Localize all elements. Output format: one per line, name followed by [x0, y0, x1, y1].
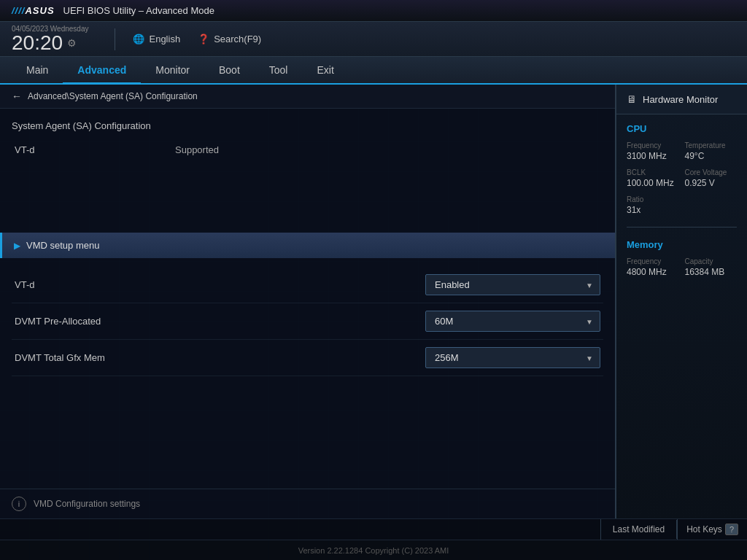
cpu-voltage-item: Core Voltage 0.925 V — [685, 168, 738, 188]
memory-section-title: Memory — [627, 239, 737, 250]
tab-tool[interactable]: Tool — [255, 57, 303, 85]
vt-d-dropdown[interactable]: Enabled Disabled — [425, 274, 600, 295]
vt-d-dropdown-wrapper: Enabled Disabled ▼ — [425, 274, 600, 295]
topbar-divider — [115, 28, 115, 50]
footer-left — [0, 519, 600, 540]
datetime-display: 04/05/2023 Wednesday 20:20 ⚙ — [12, 25, 88, 53]
dvmt-total-label: DVMT Total Gfx Mem — [15, 352, 425, 363]
tab-monitor[interactable]: Monitor — [141, 57, 204, 85]
memory-stats-grid: Frequency 4800 MHz Capacity 16384 MB — [627, 257, 737, 277]
question-icon: ❓ — [198, 34, 209, 44]
cpu-ratio-item: Ratio 31x — [627, 195, 679, 215]
tab-exit[interactable]: Exit — [302, 57, 348, 85]
cpu-ratio-value: 31x — [627, 205, 679, 215]
vt-d-static-row: VT-d Supported — [12, 139, 603, 161]
cpu-voltage-value: 0.925 V — [685, 178, 738, 188]
header-bar: ////ASUS UEFI BIOS Utility – Advanced Mo… — [0, 0, 747, 22]
language-label: English — [149, 34, 180, 44]
cpu-stats-grid: Frequency 3100 MHz Temperature 49°C BCLK… — [627, 141, 737, 215]
version-bar: Version 2.22.1284 Copyright (C) 2023 AMI — [0, 540, 747, 560]
dvmt-total-dropdown[interactable]: 128M 256M MAX — [425, 347, 600, 368]
back-button[interactable]: ← — [12, 90, 22, 102]
time-value: 20:20 — [12, 33, 63, 53]
mem-frequency-item: Frequency 4800 MHz — [627, 257, 679, 277]
cpu-temp-value: 49°C — [685, 151, 738, 161]
info-text: VMD Configuration settings — [34, 499, 140, 509]
monitor-icon: 🖥 — [627, 93, 637, 105]
mem-capacity-label: Capacity — [685, 257, 738, 265]
hot-keys-button[interactable]: Hot Keys ? — [678, 519, 747, 540]
cpu-bclk-value: 100.00 MHz — [627, 178, 679, 188]
hw-monitor-title: Hardware Monitor — [643, 94, 718, 105]
bios-title: UEFI BIOS Utility – Advanced Mode — [63, 5, 214, 16]
language-button[interactable]: 🌐 English — [127, 31, 186, 47]
footer-right: Last Modified Hot Keys ? — [600, 519, 747, 540]
search-label: Search(F9) — [214, 34, 261, 44]
vmd-menu-label: VMD setup menu — [26, 240, 99, 251]
cpu-freq-label: Frequency — [627, 141, 679, 149]
mem-capacity-value: 16384 MB — [685, 267, 738, 277]
memory-section: Memory Frequency 4800 MHz Capacity 16384… — [616, 230, 747, 286]
tab-boot[interactable]: Boot — [204, 57, 255, 85]
config-rows: VT-d Enabled Disabled ▼ DVMT Pre-Allocat… — [0, 261, 615, 382]
cpu-frequency-item: Frequency 3100 MHz — [627, 141, 679, 161]
info-row: i VMD Configuration settings — [0, 489, 615, 518]
version-text: Version 2.22.1284 Copyright (C) 2023 AMI — [298, 546, 449, 555]
dvmt-pre-dropdown-wrapper: 32M 60M 128M 256M ▼ — [425, 311, 600, 332]
search-button[interactable]: ❓ Search(F9) — [192, 31, 267, 47]
breadcrumb-path: Advanced\System Agent (SA) Configuration — [28, 91, 198, 101]
cpu-bclk-label: BCLK — [627, 168, 679, 176]
tab-advanced[interactable]: Advanced — [63, 57, 141, 85]
info-icon: i — [12, 497, 26, 511]
status-footer: Last Modified Hot Keys ? — [0, 518, 747, 540]
spacer — [0, 382, 615, 489]
asus-logo: ////ASUS — [12, 5, 55, 16]
section-title: System Agent (SA) Configuration — [12, 116, 603, 139]
dvmt-total-dropdown-wrapper: 128M 256M MAX ▼ — [425, 347, 600, 368]
mem-freq-value: 4800 MHz — [627, 267, 679, 277]
cpu-temp-label: Temperature — [685, 141, 738, 149]
cpu-bclk-item: BCLK 100.00 MHz — [627, 168, 679, 188]
config-row-dvmt-pre: DVMT Pre-Allocated 32M 60M 128M 256M ▼ — [12, 303, 603, 340]
mem-capacity-item: Capacity 16384 MB — [685, 257, 738, 277]
chevron-right-icon: ▶ — [14, 241, 20, 251]
cpu-voltage-label: Core Voltage — [685, 168, 738, 176]
last-modified-button[interactable]: Last Modified — [601, 520, 677, 539]
vt-d-value: Supported — [175, 144, 219, 155]
topbar: 04/05/2023 Wednesday 20:20 ⚙ 🌐 English ❓… — [0, 22, 747, 57]
cpu-section-title: CPU — [627, 123, 737, 134]
cpu-freq-value: 3100 MHz — [627, 151, 679, 161]
hw-divider — [627, 227, 737, 228]
settings-area: System Agent (SA) Configuration VT-d Sup… — [0, 109, 615, 230]
nav-tabs: Main Advanced Monitor Boot Tool Exit — [0, 57, 747, 85]
dvmt-pre-dropdown[interactable]: 32M 60M 128M 256M — [425, 311, 600, 332]
config-row-vt-d: VT-d Enabled Disabled ▼ — [12, 267, 603, 303]
vt-d-label: VT-d — [15, 144, 160, 155]
main-content: ← Advanced\System Agent (SA) Configurati… — [0, 85, 747, 518]
globe-icon: 🌐 — [133, 34, 144, 44]
hw-monitor-header: 🖥 Hardware Monitor — [616, 85, 747, 114]
vmd-setup-menu-item[interactable]: ▶ VMD setup menu — [0, 233, 615, 258]
hardware-monitor-panel: 🖥 Hardware Monitor CPU Frequency 3100 MH… — [616, 85, 747, 518]
cpu-temperature-item: Temperature 49°C — [685, 141, 738, 161]
config-row-dvmt-total: DVMT Total Gfx Mem 128M 256M MAX ▼ — [12, 340, 603, 376]
mem-freq-label: Frequency — [627, 257, 679, 265]
settings-icon[interactable]: ⚙ — [67, 38, 77, 48]
help-badge: ? — [725, 524, 738, 535]
config-vt-d-label: VT-d — [15, 279, 425, 290]
cpu-ratio-label: Ratio — [627, 195, 679, 203]
hot-keys-label: Hot Keys — [686, 524, 722, 534]
breadcrumb: ← Advanced\System Agent (SA) Configurati… — [0, 85, 615, 109]
dvmt-pre-label: DVMT Pre-Allocated — [15, 316, 425, 327]
tab-main[interactable]: Main — [12, 57, 63, 85]
cpu-section: CPU Frequency 3100 MHz Temperature 49°C … — [616, 114, 747, 224]
left-panel: ← Advanced\System Agent (SA) Configurati… — [0, 85, 616, 518]
time-display: 20:20 ⚙ — [12, 33, 88, 53]
